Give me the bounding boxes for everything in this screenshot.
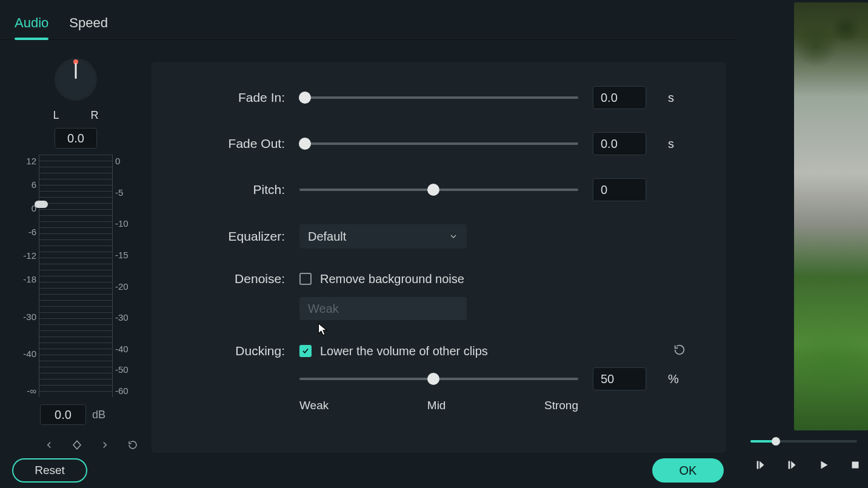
fade-in-label: Fade In: — [176, 90, 285, 105]
ducking-weak-label: Weak — [299, 399, 329, 412]
denoise-checkbox[interactable] — [299, 273, 312, 285]
pan-lr-labels: L R — [53, 109, 98, 122]
check-icon — [301, 347, 310, 355]
step-back-icon[interactable] — [754, 458, 767, 474]
ducking-checkbox[interactable] — [299, 345, 312, 357]
ducking-reset-icon[interactable] — [673, 343, 686, 356]
denoise-strength-select: Weak — [299, 297, 467, 320]
fade-out-value-input[interactable]: 0.0 — [593, 132, 646, 155]
step-forward-icon[interactable] — [786, 458, 799, 474]
stop-icon[interactable] — [849, 458, 862, 474]
equalizer-select[interactable]: Default — [299, 224, 467, 249]
tabs-bar: Audio Speed — [0, 0, 736, 40]
equalizer-label: Equalizer: — [176, 229, 285, 244]
keyframe-add-icon[interactable] — [72, 440, 82, 453]
pitch-value-input[interactable]: 0 — [593, 178, 646, 201]
fade-out-label: Fade Out: — [176, 136, 285, 151]
pan-knob[interactable] — [55, 58, 97, 101]
ducking-strong-label: Strong — [544, 399, 578, 412]
reset-button[interactable]: Reset — [12, 458, 87, 483]
fade-out-unit: s — [668, 137, 686, 151]
audio-settings-panel: Fade In: 0.0 s Fade Out: 0.0 s Pitch: — [152, 62, 726, 453]
fade-in-slider[interactable] — [299, 96, 578, 99]
db-unit-label: dB — [92, 409, 105, 421]
pan-right-label: R — [91, 109, 99, 122]
equalizer-selected-value: Default — [308, 230, 346, 244]
ducking-value-input[interactable]: 50 — [593, 367, 646, 390]
volume-meter-panel: L R 0.0 1260-6-12-18-30-40-∞ 0-5-10-15-2… — [0, 40, 152, 453]
preview-thumbnail — [794, 2, 868, 430]
ducking-slider-thumb[interactable] — [427, 373, 439, 385]
db-value-input[interactable]: 0.0 — [40, 404, 86, 425]
denoise-checkbox-label: Remove background noise — [320, 272, 464, 286]
pan-left-label: L — [53, 109, 59, 122]
ducking-slider[interactable] — [299, 378, 578, 380]
preview-controls — [739, 430, 868, 488]
fade-out-slider[interactable] — [299, 142, 578, 145]
keyframe-next-icon[interactable] — [99, 440, 110, 453]
fade-out-slider-thumb[interactable] — [299, 138, 311, 150]
ducking-checkbox-label: Lower the volume of other clips — [320, 344, 488, 358]
keyframe-reset-icon[interactable] — [127, 440, 138, 453]
pitch-label: Pitch: — [176, 182, 285, 197]
preview-progress-slider[interactable] — [750, 440, 857, 443]
db-scale-left: 1260-6-12-18-30-40-∞ — [15, 155, 39, 397]
footer-bar: Reset OK — [0, 453, 736, 488]
keyframe-prev-icon[interactable] — [44, 440, 55, 453]
pan-value-input[interactable]: 0.0 — [55, 128, 97, 149]
pitch-slider-thumb[interactable] — [427, 184, 439, 196]
tab-audio[interactable]: Audio — [15, 15, 48, 39]
svg-rect-0 — [852, 462, 859, 469]
db-scale-right: 0-5-10-15-20-30-40-50-60 — [113, 155, 137, 397]
denoise-label: Denoise: — [176, 272, 285, 286]
fade-in-slider-thumb[interactable] — [299, 92, 311, 104]
preview-progress-thumb[interactable] — [772, 437, 780, 446]
ducking-unit: % — [668, 372, 686, 386]
fade-in-unit: s — [668, 91, 686, 105]
tab-speed[interactable]: Speed — [69, 15, 108, 39]
pan-knob-needle — [75, 63, 77, 79]
ducking-mid-label: Mid — [427, 399, 446, 412]
volume-meter-track[interactable] — [39, 155, 113, 397]
ducking-label: Ducking: — [176, 344, 285, 358]
play-icon[interactable] — [817, 458, 830, 474]
pitch-slider[interactable] — [299, 189, 578, 191]
ok-button[interactable]: OK — [652, 458, 724, 483]
chevron-down-icon — [449, 232, 458, 241]
fade-in-value-input[interactable]: 0.0 — [593, 86, 646, 109]
volume-meter-handle[interactable] — [35, 201, 48, 208]
